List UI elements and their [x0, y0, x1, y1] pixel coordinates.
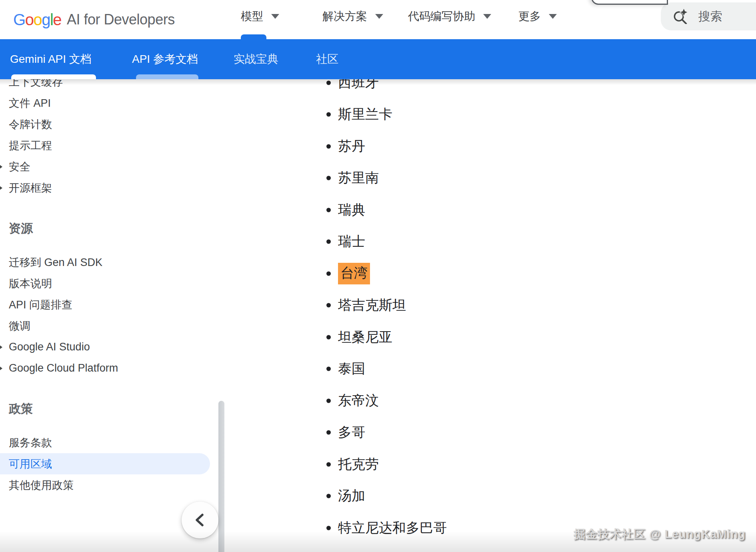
- country-list-item: 坦桑尼亚: [226, 321, 756, 353]
- collapse-sidebar-button[interactable]: [182, 502, 218, 538]
- logo-letter: o: [33, 11, 42, 28]
- expand-arrow-icon[interactable]: [0, 184, 2, 192]
- logo-letter: g: [42, 11, 50, 28]
- sidebar-item-label: 文件 API: [9, 96, 51, 110]
- product-tab-bar: Gemini API 文档API 参考文档实战宝典社区: [0, 39, 756, 79]
- country-label: 瑞典: [338, 201, 365, 219]
- country-label: 苏里南: [338, 169, 379, 187]
- country-label: 汤加: [338, 487, 365, 505]
- sidebar-section-title: 政策: [0, 397, 226, 421]
- country-label: 西班牙: [338, 79, 379, 92]
- country-label: 斯里兰卡: [338, 105, 392, 124]
- top-nav-2[interactable]: 解决方案: [322, 4, 383, 29]
- country-list-item: 瑞典: [226, 194, 756, 226]
- country-list-item: 多哥: [226, 417, 756, 449]
- country-list-item: 塔吉克斯坦: [226, 290, 756, 322]
- search-label: 搜索: [698, 8, 722, 25]
- sidebar-item-label: 可用区域: [9, 457, 52, 471]
- tab-3[interactable]: 实战宝典: [234, 39, 278, 79]
- tab-underline: [11, 74, 96, 79]
- sidebar-item-label: API 问题排查: [9, 298, 72, 312]
- sidebar-item-label: 开源框架: [9, 181, 52, 195]
- sidebar-item-label: 版本说明: [9, 276, 52, 291]
- sidebar-item-label: 微调: [9, 319, 30, 333]
- chevron-down-icon: [549, 14, 557, 19]
- sidebar-item[interactable]: Google AI Studio: [0, 336, 226, 358]
- search-button[interactable]: 搜索: [661, 2, 756, 30]
- top-nav-3[interactable]: 代码编写协助: [408, 4, 491, 29]
- tab-underline: [136, 74, 198, 79]
- sidebar-item[interactable]: 令牌计数: [0, 114, 226, 135]
- top-nav-label: 代码编写协助: [408, 9, 475, 24]
- sidebar-item-label: 服务条款: [9, 436, 52, 450]
- sidebar-item[interactable]: 可用区域: [0, 453, 210, 474]
- sidebar-section-list: 服务条款可用区域其他使用政策: [0, 432, 226, 496]
- sidebar-item[interactable]: 提示工程: [0, 135, 226, 156]
- sidebar-item-label: 令牌计数: [9, 117, 52, 132]
- top-nav-4[interactable]: 更多: [518, 4, 557, 29]
- top-header: Google AI for Developers 模型解决方案代码编写协助更多: [0, 0, 756, 39]
- country-list-item: 苏里南: [226, 162, 756, 194]
- country-label: 东帝汶: [338, 392, 379, 410]
- expand-arrow-icon[interactable]: [0, 365, 2, 372]
- top-nav-label: 更多: [518, 9, 541, 24]
- sidebar-item[interactable]: 版本说明: [0, 273, 226, 294]
- country-list-item: 苏丹: [226, 130, 756, 162]
- ai-search-icon: [673, 9, 688, 24]
- logo-letter: e: [53, 11, 61, 28]
- sidebar-item-label: 迁移到 Gen AI SDK: [9, 255, 102, 270]
- country-list-item: 东帝汶: [226, 385, 756, 417]
- country-list-item: 斯里兰卡: [226, 99, 756, 131]
- country-list-item: 瑞士: [226, 226, 756, 258]
- top-nav-label: 模型: [241, 9, 263, 24]
- sidebar-scrollbar[interactable]: [218, 401, 224, 552]
- sidebar-item[interactable]: Google Cloud Platform: [0, 358, 226, 379]
- sidebar-section-title: 资源: [0, 216, 226, 240]
- watermark: 掘金技术社区 @ LeungKaMing: [574, 526, 746, 542]
- country-list-item: 西班牙: [226, 79, 756, 99]
- country-label: 坦桑尼亚: [338, 328, 392, 346]
- country-label: 瑞士: [338, 232, 365, 251]
- google-ai-developers-logo[interactable]: Google AI for Developers: [13, 0, 175, 39]
- sidebar-item-label: 其他使用政策: [9, 478, 74, 492]
- tab-1[interactable]: Gemini API 文档: [10, 39, 92, 79]
- country-label: 泰国: [338, 360, 365, 378]
- chevron-down-icon: [271, 14, 279, 19]
- main-content: 西班牙斯里兰卡苏丹苏里南瑞典瑞士台湾塔吉克斯坦坦桑尼亚泰国东帝汶多哥托克劳汤加特…: [226, 79, 756, 552]
- country-list-item: 台湾: [226, 258, 756, 290]
- google-logo: Google: [13, 11, 61, 29]
- logo-letter: o: [25, 11, 34, 28]
- active-nav-indicator: [241, 34, 266, 39]
- sidebar-item[interactable]: 服务条款: [0, 432, 226, 453]
- sidebar-item-label: 提示工程: [9, 138, 52, 153]
- sidebar-item[interactable]: 上下文缓存: [0, 79, 226, 92]
- sidebar-item-label: 安全: [9, 160, 30, 174]
- sidebar-item-label: Google Cloud Platform: [9, 362, 118, 374]
- logo-suffix: AI for Developers: [67, 11, 175, 28]
- top-nav-1[interactable]: 模型: [241, 4, 279, 29]
- sidebar-item[interactable]: 微调: [0, 315, 226, 336]
- sidebar-item[interactable]: 迁移到 Gen AI SDK: [0, 252, 226, 273]
- expand-arrow-icon[interactable]: [0, 163, 2, 170]
- country-label: 托克劳: [338, 455, 379, 474]
- country-list-item: 泰国: [226, 353, 756, 385]
- country-list-item: 汤加: [226, 480, 756, 512]
- country-label: 塔吉克斯坦: [338, 296, 406, 314]
- country-label: 特立尼达和多巴哥: [338, 519, 447, 537]
- country-label: 苏丹: [338, 137, 365, 156]
- country-label-find-highlight: 台湾: [338, 263, 370, 284]
- country-list-item: 托克劳: [226, 448, 756, 480]
- sidebar-item-label: 上下文缓存: [9, 79, 63, 89]
- sidebar-nav: 上下文缓存文件 API令牌计数提示工程安全开源框架资源迁移到 Gen AI SD…: [0, 79, 226, 552]
- sidebar-item[interactable]: 开源框架: [0, 177, 226, 198]
- sidebar-item[interactable]: 安全: [0, 156, 226, 177]
- expand-arrow-icon[interactable]: [0, 344, 2, 351]
- tab-4[interactable]: 社区: [316, 39, 338, 79]
- sidebar-item[interactable]: 文件 API: [0, 92, 226, 114]
- country-label: 多哥: [338, 423, 365, 442]
- sidebar-item[interactable]: API 问题排查: [0, 294, 226, 315]
- sidebar-item-label: Google AI Studio: [9, 341, 90, 353]
- tab-2[interactable]: API 参考文档: [132, 39, 198, 79]
- sidebar-item[interactable]: 其他使用政策: [0, 474, 226, 496]
- logo-letter: G: [13, 11, 25, 28]
